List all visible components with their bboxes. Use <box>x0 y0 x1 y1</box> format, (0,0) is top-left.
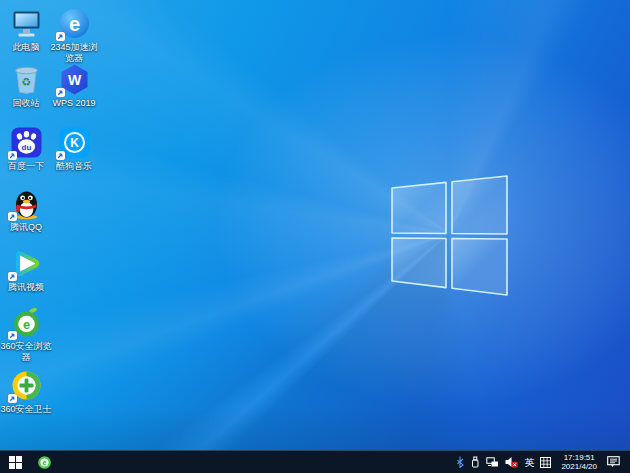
ime-grid-icon[interactable] <box>540 451 551 473</box>
taskbar-clock[interactable]: 17:19:51 2021/4/20 <box>561 453 597 472</box>
desktop-icon-360-browser[interactable]: e 360安全浏览器 <box>0 306 52 363</box>
usb-device-icon[interactable] <box>470 451 480 473</box>
tencent-qq-icon <box>10 187 43 220</box>
desktop-icon-label: 腾讯视频 <box>0 282 52 293</box>
desktop-icon-wps-2019[interactable]: W WPS 2019 <box>48 63 100 109</box>
desktop-icon-label: 2345加速浏览器 <box>48 42 100 64</box>
taskbar-pinned-360-browser[interactable]: e <box>31 451 57 473</box>
360-browser-icon: e <box>10 306 43 339</box>
shortcut-arrow-badge <box>8 394 17 403</box>
2345-browser-icon: e <box>58 7 91 40</box>
svg-text:e: e <box>68 13 79 35</box>
desktop-icon-360-safe-guard[interactable]: 360安全卫士 <box>0 369 52 415</box>
desktop-icon-label: 360安全浏览器 <box>0 341 52 363</box>
volume-muted-icon[interactable] <box>505 451 518 473</box>
recycle-bin-icon: ♻ <box>10 63 43 96</box>
svg-text:e: e <box>22 317 29 332</box>
svg-text:♻: ♻ <box>21 76 31 89</box>
desktop-icon-recycle-bin[interactable]: ♻ 回收站 <box>0 63 52 109</box>
shortcut-arrow-badge <box>56 88 65 97</box>
desktop-icon-label: 360安全卫士 <box>0 404 52 415</box>
shortcut-arrow-badge <box>8 151 17 160</box>
svg-text:e: e <box>42 459 46 466</box>
desktop-icon-label: 回收站 <box>0 98 52 109</box>
desktop-icon-label: 此电脑 <box>0 42 52 53</box>
desktop-icon-baidu[interactable]: du 百度一下 <box>0 126 52 172</box>
desktop-icon-label: 酷狗音乐 <box>48 161 100 172</box>
windows-logo-wallpaper <box>385 170 515 300</box>
network-icon[interactable] <box>486 451 499 473</box>
shortcut-arrow-badge <box>8 272 17 281</box>
shortcut-arrow-badge <box>56 32 65 41</box>
svg-text:du: du <box>21 143 31 152</box>
bluetooth-icon[interactable] <box>456 451 464 473</box>
ime-language-indicator[interactable]: 英 <box>524 451 534 473</box>
desktop-icon-label: 百度一下 <box>0 161 52 172</box>
start-button[interactable] <box>0 451 31 473</box>
desktop-icon-tencent-video[interactable]: 腾讯视频 <box>0 247 52 293</box>
windows-start-icon <box>9 456 22 469</box>
taskbar: e <box>0 450 630 473</box>
action-center-button[interactable] <box>607 456 620 468</box>
svg-text:K: K <box>70 136 79 150</box>
clock-date: 2021/4/20 <box>561 462 597 472</box>
desktop-icon-this-pc[interactable]: 此电脑 <box>0 7 52 53</box>
desktop-icon-tencent-qq[interactable]: 腾讯QQ <box>0 187 52 233</box>
360-browser-taskbar-icon: e <box>37 455 52 470</box>
wps-2019-icon: W <box>58 63 91 96</box>
baidu-icon: du <box>10 126 43 159</box>
kugou-music-icon: K <box>58 126 91 159</box>
action-center-icon <box>607 456 620 468</box>
svg-text:W: W <box>67 72 81 88</box>
desktop-icon-kugou-music[interactable]: K 酷狗音乐 <box>48 126 100 172</box>
desktop: 此电脑 e 2345加速浏览器 ♻ 回收站 <box>0 0 630 473</box>
clock-time: 17:19:51 <box>561 453 597 463</box>
shortcut-arrow-badge <box>56 151 65 160</box>
shortcut-arrow-badge <box>8 212 17 221</box>
shortcut-arrow-badge <box>8 331 17 340</box>
desktop-icon-label: WPS 2019 <box>48 98 100 109</box>
360-safe-guard-icon <box>10 369 43 402</box>
this-pc-icon <box>10 7 43 40</box>
desktop-icon-2345-browser[interactable]: e 2345加速浏览器 <box>48 7 100 64</box>
desktop-icon-label: 腾讯QQ <box>0 222 52 233</box>
system-tray: 英 <box>456 451 551 473</box>
tencent-video-icon <box>10 247 43 280</box>
